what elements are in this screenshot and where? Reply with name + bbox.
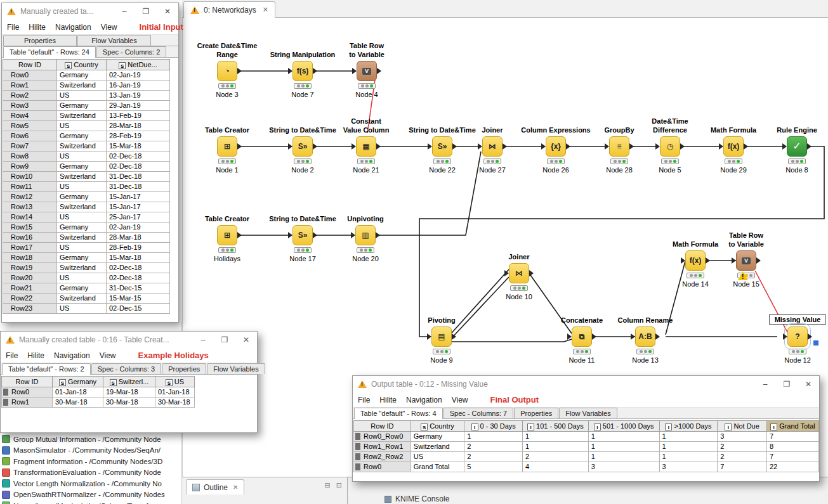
- node-icon[interactable]: f(x): [723, 136, 744, 157]
- table-row[interactable]: Row1_Row1Switzerland211128: [354, 442, 819, 452]
- column-header[interactable]: SUS: [155, 377, 195, 387]
- table-cell[interactable]: US: [57, 212, 107, 223]
- table-cell[interactable]: 15-Mar-18: [107, 253, 170, 263]
- node-icon[interactable]: f(x): [685, 250, 706, 271]
- tab-table[interactable]: Table "default" - Rows: 24: [3, 46, 96, 57]
- tab-properties[interactable]: Properties: [162, 363, 206, 374]
- table-cell[interactable]: Switzerland: [411, 442, 464, 452]
- node-icon[interactable]: ◔: [217, 61, 237, 81]
- table-cell[interactable]: 31-Dec-15: [107, 283, 170, 294]
- workflow-editor-tab[interactable]: ! 0: Networkdays ✕: [183, 1, 275, 18]
- table-cell[interactable]: 1: [659, 442, 718, 452]
- table-cell[interactable]: Switzerland: [57, 263, 107, 273]
- workflow-node-10[interactable]: Joiner ⋈ Node 10: [478, 263, 560, 300]
- minimize-button[interactable]: –: [114, 3, 135, 20]
- workflow-node-13[interactable]: Column Rename A:B Node 13: [604, 326, 687, 364]
- table-row[interactable]: Row0Grand Total5433722: [354, 462, 819, 472]
- panel-minimize-icon[interactable]: ⊟: [325, 481, 331, 489]
- table-cell[interactable]: Switzerland: [57, 111, 107, 121]
- table-cell[interactable]: 02-Dec-15: [107, 304, 170, 314]
- table-row[interactable]: Row6Germany28-Feb-19: [3, 131, 170, 141]
- table-cell[interactable]: US: [57, 121, 107, 131]
- table-cell[interactable]: 19-Mar-18: [103, 387, 155, 397]
- table-cell[interactable]: Germany: [57, 192, 107, 202]
- row-id-cell[interactable]: Row0: [2, 387, 53, 397]
- column-header[interactable]: SCountry: [411, 421, 464, 432]
- tab-spec[interactable]: Spec - Columns: 7: [444, 408, 513, 418]
- repo-item[interactable]: MasonSimulator - /Community Nodes/SeqAn/: [2, 445, 181, 456]
- tab-table[interactable]: Table "default" - Rows: 4: [354, 408, 443, 418]
- table-row[interactable]: Row3Germany29-Jan-19: [3, 101, 170, 111]
- repo-item[interactable]: OpenSwathRTNormalizer - /Community Nodes: [2, 489, 181, 501]
- menu-hilite[interactable]: Hilite: [29, 23, 46, 32]
- outline-tab[interactable]: Outline ✕: [186, 479, 244, 494]
- tab-spec[interactable]: Spec - Columns: 2: [96, 46, 166, 57]
- repo-item[interactable]: Fragment information - /Community Nodes/…: [2, 456, 181, 467]
- table-row[interactable]: Row8US02-Dec-18: [3, 152, 170, 162]
- menu-view[interactable]: View: [452, 396, 468, 404]
- table-cell[interactable]: 1: [464, 432, 523, 442]
- node-icon[interactable]: ◷: [660, 136, 680, 157]
- node-icon[interactable]: f(s): [292, 61, 313, 81]
- table-row[interactable]: Row12Germany15-Jan-17: [3, 192, 170, 202]
- row-id-cell[interactable]: Row17: [3, 243, 57, 253]
- node-icon[interactable]: ⋈: [482, 136, 503, 157]
- column-header[interactable]: I>1000 Days: [659, 421, 718, 432]
- workflow-node-4[interactable]: Table Row to Variable V Node 4: [325, 61, 408, 98]
- table-cell[interactable]: 7: [766, 452, 818, 462]
- repo-item[interactable]: Group Mutual Information - /Community No…: [2, 434, 181, 445]
- row-id-cell[interactable]: Row10: [3, 172, 57, 182]
- table-cell[interactable]: Germany: [57, 131, 107, 141]
- table-cell[interactable]: 2: [464, 452, 523, 462]
- table-cell[interactable]: Switzerland: [57, 141, 107, 152]
- table-cell[interactable]: 01-Jan-18: [155, 387, 195, 397]
- table-cell[interactable]: Germany: [57, 70, 107, 81]
- window-titlebar[interactable]: ! Output table - 0:12 - Missing Value – …: [353, 376, 819, 392]
- table-cell[interactable]: 1: [659, 452, 718, 462]
- node-icon[interactable]: ✓: [787, 136, 807, 157]
- workflow-node-20[interactable]: Unpivoting ▥ Node 20: [324, 225, 407, 262]
- close-button[interactable]: ✕: [235, 332, 257, 348]
- table-cell[interactable]: 5: [464, 462, 523, 472]
- minimize-button[interactable]: –: [192, 332, 214, 348]
- row-id-cell[interactable]: Row23: [3, 304, 57, 314]
- table-cell[interactable]: 01-Jan-18: [53, 387, 103, 397]
- workflow-node-3[interactable]: Create Date&Time Range ◔ Node 3: [186, 61, 268, 98]
- row-id-cell[interactable]: Row1: [2, 397, 53, 408]
- row-id-cell[interactable]: Row0: [3, 70, 57, 81]
- table-row[interactable]: Row20US02-Dec-18: [3, 273, 170, 283]
- table-cell[interactable]: 1: [588, 452, 659, 462]
- maximize-button[interactable]: ❐: [214, 332, 235, 348]
- column-header[interactable]: INot Due: [718, 421, 767, 432]
- workflow-node-21[interactable]: Constant Value Column ▦ Node 21: [325, 136, 407, 174]
- table-row[interactable]: Row001-Jan-1819-Mar-1801-Jan-18: [2, 387, 195, 397]
- table-row[interactable]: Row4Switzerland13-Feb-19: [3, 111, 170, 121]
- table-cell[interactable]: 22: [766, 462, 818, 472]
- table-cell[interactable]: 2: [522, 452, 588, 462]
- table-cell[interactable]: 15-Jan-17: [107, 192, 170, 202]
- outline-tab-close-icon[interactable]: ✕: [233, 484, 238, 491]
- column-header-rowid[interactable]: Row ID: [3, 60, 57, 70]
- table-row[interactable]: Row16Switzerland28-Mar-18: [3, 233, 170, 243]
- table-cell[interactable]: 1: [588, 432, 659, 442]
- editor-tab-close-icon[interactable]: ✕: [263, 6, 268, 14]
- node-icon[interactable]: S»: [292, 225, 313, 245]
- workflow-node-15[interactable]: Table Row to Variable V ! Node 15: [705, 250, 787, 288]
- row-id-cell[interactable]: Row2: [3, 91, 57, 101]
- table-cell[interactable]: Switzerland: [57, 294, 107, 304]
- column-header[interactable]: I101 - 500 Days: [522, 421, 588, 432]
- row-id-cell[interactable]: Row18: [3, 253, 57, 263]
- row-id-cell[interactable]: Row3: [3, 101, 57, 111]
- repo-item[interactable]: Vector Length Normalization - /Community…: [2, 478, 181, 489]
- table-row[interactable]: Row7Switzerland15-Mar-18: [3, 141, 170, 152]
- table-row[interactable]: Row15Germany02-Jan-19: [3, 223, 170, 233]
- table-cell[interactable]: 28-Feb-19: [107, 131, 170, 141]
- table-cell[interactable]: US: [57, 304, 107, 314]
- row-id-cell[interactable]: Row12: [3, 192, 57, 202]
- column-header[interactable]: SCountry: [57, 60, 107, 70]
- menu-file[interactable]: File: [7, 23, 19, 32]
- menu-file[interactable]: File: [358, 396, 370, 404]
- tab-table[interactable]: Table "default" - Rows: 2: [2, 363, 91, 374]
- table-cell[interactable]: 7: [718, 462, 767, 472]
- node-icon[interactable]: ⊞: [217, 136, 237, 157]
